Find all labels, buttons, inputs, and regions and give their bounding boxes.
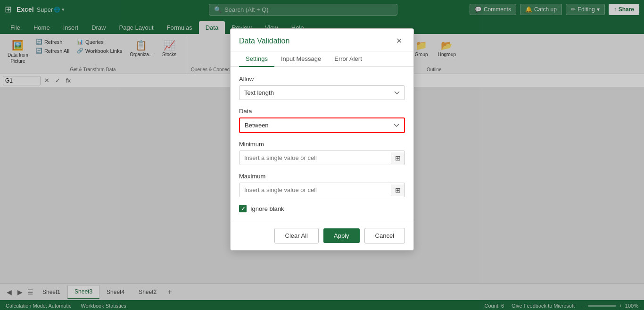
apply-button[interactable]: Apply <box>323 228 360 243</box>
dialog-title: Data Validation <box>239 37 289 45</box>
maximum-input-wrap: ⊞ <box>239 183 405 197</box>
allow-select[interactable]: Any value Whole number Decimal List Date… <box>239 85 405 100</box>
ignore-blank-row: Ignore blank <box>239 205 405 212</box>
data-field-group: Data Between Not between Equal to Not eq… <box>239 108 405 133</box>
dialog-tab-settings[interactable]: Settings <box>239 51 274 67</box>
ignore-blank-checkbox[interactable] <box>239 205 247 212</box>
minimum-input[interactable] <box>239 151 391 165</box>
dialog-tab-input-message[interactable]: Input Message <box>274 51 328 67</box>
dialog-tabs: Settings Input Message Error Alert <box>231 51 413 67</box>
maximum-input[interactable] <box>239 183 391 197</box>
modal-overlay: Data Validation ✕ Settings Input Message… <box>0 0 644 310</box>
allow-label: Allow <box>239 75 405 83</box>
minimum-input-wrap: ⊞ <box>239 151 405 165</box>
dialog-footer: Clear All Apply Cancel <box>231 221 413 250</box>
minimum-field-group: Minimum ⊞ <box>239 141 405 165</box>
allow-field-group: Allow Any value Whole number Decimal Lis… <box>239 75 405 100</box>
minimum-cell-selector[interactable]: ⊞ <box>391 152 405 164</box>
dialog-close-button[interactable]: ✕ <box>393 35 405 46</box>
minimum-label: Minimum <box>239 141 405 148</box>
maximum-label: Maximum <box>239 173 405 180</box>
maximum-field-group: Maximum ⊞ <box>239 173 405 197</box>
cancel-button[interactable]: Cancel <box>364 228 405 243</box>
dialog-tab-error-alert[interactable]: Error Alert <box>328 51 369 67</box>
maximum-cell-selector[interactable]: ⊞ <box>391 184 405 196</box>
data-select[interactable]: Between Not between Equal to Not equal t… <box>239 117 405 133</box>
data-validation-dialog: Data Validation ✕ Settings Input Message… <box>230 28 414 251</box>
clear-all-button[interactable]: Clear All <box>274 228 319 243</box>
dialog-header: Data Validation ✕ <box>231 29 413 51</box>
dialog-body: Allow Any value Whole number Decimal Lis… <box>231 67 413 221</box>
data-label: Data <box>239 108 405 115</box>
ignore-blank-label: Ignore blank <box>250 205 284 212</box>
